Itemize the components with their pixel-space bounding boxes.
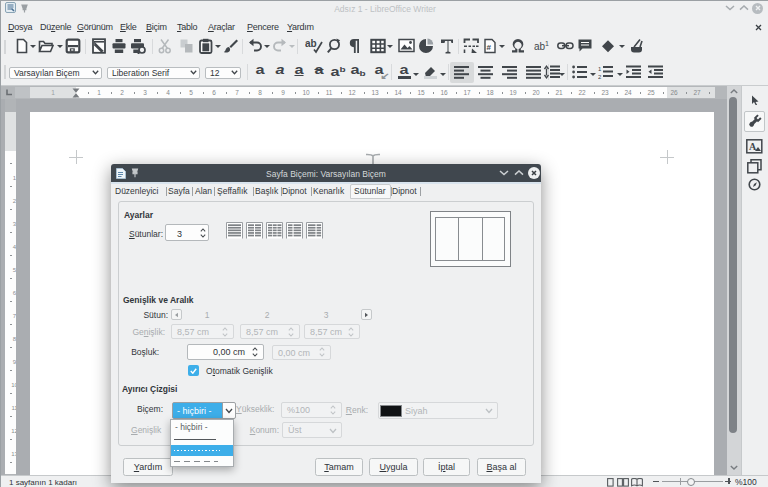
svg-text:13: 13 [371,89,379,96]
svg-text:13: 13 [11,451,16,457]
svg-text:11: 11 [11,405,16,411]
svg-text:10: 10 [302,89,310,96]
svg-text:7: 7 [235,89,239,96]
svg-text:8: 8 [258,89,262,96]
svg-text:26: 26 [670,89,678,96]
svg-text:5: 5 [13,267,16,273]
svg-text:25: 25 [647,89,655,96]
svg-text:22: 22 [578,89,586,96]
svg-text:1: 1 [545,40,549,47]
svg-text:17: 17 [463,89,471,96]
svg-text:9: 9 [13,359,16,365]
svg-text:8: 8 [13,336,16,342]
svg-text:#: # [487,43,492,52]
svg-text:11: 11 [326,89,333,96]
svg-text:ab: ab [305,38,317,49]
svg-text:15: 15 [417,89,425,96]
svg-text:14: 14 [394,89,402,96]
svg-text:24: 24 [624,89,632,96]
svg-text:27: 27 [693,89,701,96]
svg-text:2: 2 [13,198,16,204]
svg-text:10: 10 [11,382,16,388]
svg-text:16: 16 [440,89,448,96]
svg-text:6: 6 [13,290,16,296]
svg-text:6: 6 [212,89,216,96]
svg-text:21: 21 [555,89,563,96]
svg-text:3: 3 [143,89,147,96]
svg-text:ab: ab [534,41,546,52]
svg-text:5: 5 [189,89,193,96]
svg-text:23: 23 [601,89,609,96]
svg-text:2: 2 [120,89,124,96]
svg-text:1: 1 [598,66,602,72]
svg-text:3: 3 [13,221,16,227]
svg-text:1: 1 [97,89,101,96]
svg-text:4: 4 [13,244,16,250]
svg-text:9: 9 [281,89,285,96]
svg-text:18: 18 [486,89,494,96]
svg-text:1: 1 [13,175,16,181]
svg-text:12: 12 [348,89,356,96]
svg-text:2: 2 [598,74,602,80]
svg-text:1: 1 [51,89,55,96]
svg-text:12: 12 [11,428,16,434]
svg-text:7: 7 [13,313,16,319]
svg-text:19: 19 [509,89,517,96]
svg-text:20: 20 [532,89,540,96]
svg-text:4: 4 [166,89,170,96]
